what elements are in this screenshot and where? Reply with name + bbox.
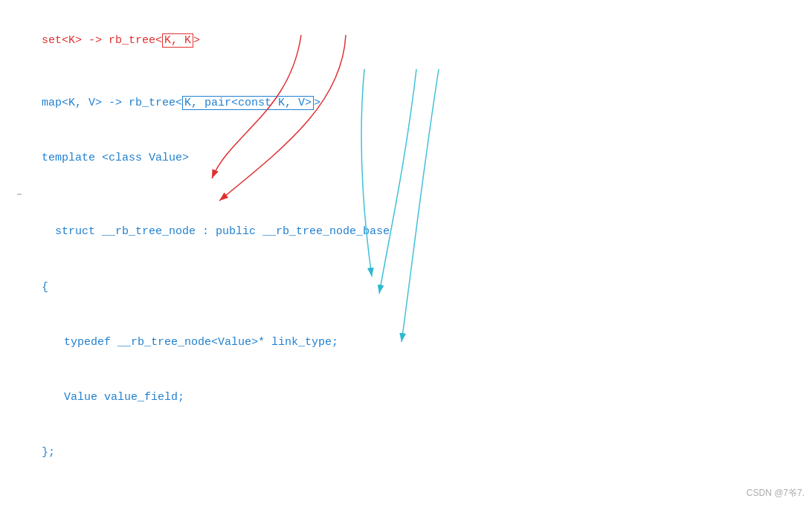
template-class-value: template <class Value> [42, 152, 189, 164]
map-box: K, pair<const K, V> [182, 96, 314, 110]
set-line-prefix: set<K> -> rb_tree< [42, 34, 162, 47]
value-field-line: Value value_field; [64, 391, 184, 404]
map-line-prefix: map<K, V> -> rb_tree< [42, 97, 182, 109]
collapse-icon[interactable]: − [16, 188, 22, 203]
code-line-8: }; [15, 426, 790, 481]
code-line-6: typedef __rb_tree_node<Value>* link_type… [15, 315, 790, 370]
code-line-1: set<K> -> rb_tree<K, K> [15, 13, 790, 68]
typedef-line-type: typedef __rb_tree_node<Value>* link_type… [64, 336, 338, 349]
code-line-3: template <class Value> [15, 132, 790, 187]
set-box: K, K [162, 33, 193, 48]
code-container: set<K> -> rb_tree<K, K> map<K, V> -> rb_… [0, 0, 812, 507]
code-line-2: map<K, V> -> rb_tree<K, pair<const K, V>… [15, 76, 790, 131]
struct-line: struct __rb_tree_node : public __rb_tree… [55, 225, 390, 238]
code-line-5: { [15, 260, 790, 315]
code-line-7: Value value_field; [15, 370, 790, 425]
code-line-4: − struct __rb_tree_node : public __rb_tr… [15, 187, 790, 260]
watermark: CSDN @7爷7. [747, 487, 805, 500]
